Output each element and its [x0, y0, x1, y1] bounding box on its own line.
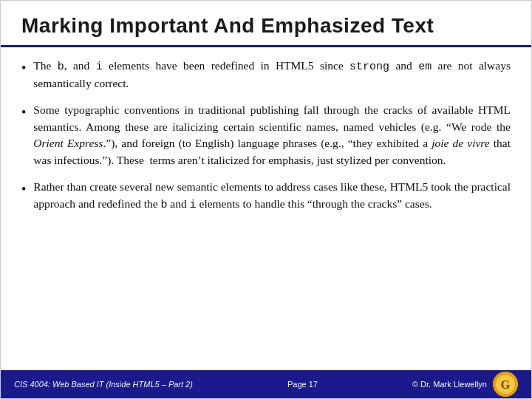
bullet-item-3: • Rather than create several new semanti… — [21, 179, 511, 213]
slide-footer: CIS 4004: Web Based IT (Inside HTML5 – P… — [1, 370, 531, 398]
bullet-dot-2: • — [21, 103, 26, 122]
footer-course: CIS 4004: Web Based IT (Inside HTML5 – P… — [14, 380, 193, 389]
italic-joie-de-vivre: joie de vivre — [432, 137, 489, 149]
bullet-item-1: • The b, and i elements have been redefi… — [21, 58, 511, 92]
code-i2: i — [190, 199, 197, 211]
code-i: i — [96, 61, 103, 73]
bullet-dot-3: • — [21, 180, 26, 199]
footer-logo: G — [493, 372, 518, 397]
bullet-text-3: Rather than create several new semantic … — [33, 179, 511, 213]
bullet-text-1: The b, and i elements have been redefine… — [33, 58, 511, 92]
slide-title: Marking Important And Emphasized Text — [21, 14, 511, 38]
code-em: em — [418, 61, 432, 73]
footer-right-area: © Dr. Mark Llewellyn G — [412, 372, 518, 397]
footer-page: Page 17 — [287, 380, 318, 389]
code-b: b — [58, 61, 64, 73]
bullet-dot-1: • — [21, 59, 26, 78]
bullet-item-2: • Some typographic conventions in tradit… — [21, 102, 511, 168]
footer-copyright: © Dr. Mark Llewellyn — [412, 380, 487, 389]
code-b2: b — [160, 199, 167, 211]
slide-body: • The b, and i elements have been redefi… — [1, 47, 531, 370]
code-strong: strong — [349, 61, 389, 73]
svg-text:G: G — [501, 378, 511, 391]
slide-container: Marking Important And Emphasized Text • … — [0, 0, 532, 399]
italic-orient-express: Orient Express — [33, 137, 103, 149]
slide-header: Marking Important And Emphasized Text — [1, 1, 531, 47]
bullet-text-2: Some typographic conventions in traditio… — [33, 102, 511, 168]
